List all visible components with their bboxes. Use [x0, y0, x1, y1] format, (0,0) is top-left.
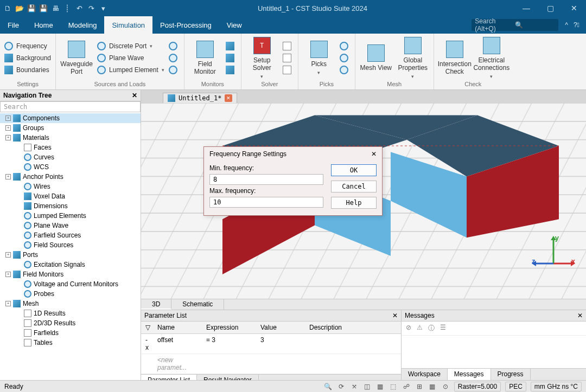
- tab-file[interactable]: File: [0, 16, 27, 34]
- navigation-tree-search[interactable]: Search: [0, 101, 141, 112]
- field-monitor-button[interactable]: Field Monitor: [189, 41, 221, 75]
- expand-icon[interactable]: +: [5, 272, 11, 277]
- status-tool-1-icon[interactable]: 🔍: [324, 382, 333, 391]
- tree-item-tables[interactable]: Tables: [0, 338, 141, 348]
- messages-warning-icon[interactable]: ⚠: [417, 324, 423, 333]
- min-frequency-input[interactable]: [209, 174, 323, 185]
- dialog-close-icon[interactable]: ✕: [371, 150, 377, 158]
- navigation-tree-close-icon[interactable]: ✕: [132, 92, 137, 99]
- param-pin-icon[interactable]: -x: [141, 334, 153, 354]
- parameter-row[interactable]: -x offset = 3 3: [141, 334, 401, 354]
- solver-extra-1-icon[interactable]: [283, 41, 294, 52]
- tab-view[interactable]: View: [219, 16, 250, 34]
- bottom-tab-workspace[interactable]: Workspace: [402, 369, 448, 380]
- sources-extra-2-icon[interactable]: [169, 53, 180, 63]
- status-tool-10-icon[interactable]: ⊙: [441, 382, 450, 391]
- monitors-extra-3-icon[interactable]: [226, 65, 237, 75]
- tree-item-materials[interactable]: +Materials: [0, 133, 141, 143]
- ok-button[interactable]: OK: [331, 164, 377, 176]
- tree-item-curves[interactable]: Curves: [0, 152, 141, 162]
- tree-item-field-monitors[interactable]: +Field Monitors: [0, 269, 141, 279]
- bottom-tab-messages[interactable]: Messages: [448, 369, 491, 380]
- global-properties-button[interactable]: Global Properties: [397, 37, 429, 79]
- search-box[interactable]: Search (Alt+Q) 🔍: [472, 19, 558, 31]
- tree-item-plane-wave[interactable]: Plane Wave: [0, 221, 141, 230]
- intersection-check-button[interactable]: Intersection Check: [438, 41, 471, 75]
- tree-item-wcs[interactable]: WCS: [0, 162, 141, 172]
- monitors-extra-1-icon[interactable]: [226, 41, 237, 52]
- status-tool-4-icon[interactable]: ◫: [363, 382, 372, 391]
- document-tab[interactable]: Untitled_1* ✕: [163, 93, 237, 103]
- picks-extra-1-icon[interactable]: [340, 41, 351, 52]
- solver-extra-2-icon[interactable]: [283, 53, 294, 63]
- status-raster[interactable]: Raster=5.000: [454, 382, 501, 391]
- tab-modeling[interactable]: Modeling: [61, 16, 105, 34]
- tree-item-farfield-sources[interactable]: Farfield Sources: [0, 230, 141, 240]
- frequency-button[interactable]: Frequency: [4, 41, 51, 52]
- expand-icon[interactable]: +: [5, 125, 11, 131]
- open-icon[interactable]: 📂: [15, 4, 24, 12]
- tree-item-ports[interactable]: +Ports: [0, 250, 141, 260]
- bottom-tab-progress[interactable]: Progress: [491, 369, 531, 380]
- tree-item-groups[interactable]: +Groups: [0, 123, 141, 133]
- setup-solver-button[interactable]: TSetup Solver: [246, 37, 278, 79]
- tab-home[interactable]: Home: [27, 16, 61, 34]
- tree-item-voltage-and-current-monitors[interactable]: Voltage and Current Monitors: [0, 279, 141, 289]
- qat-dropdown-icon[interactable]: ▾: [99, 4, 107, 12]
- maximize-button[interactable]: ▢: [538, 0, 562, 16]
- tree-item-1d-results[interactable]: 1D Results: [0, 309, 141, 318]
- tree-item-lumped-elements[interactable]: Lumped Elements: [0, 211, 141, 221]
- lumped-element-button[interactable]: Lumped Element: [97, 65, 164, 75]
- tree-item-excitation-signals[interactable]: Excitation Signals: [0, 260, 141, 269]
- filter-icon[interactable]: ▽: [141, 322, 153, 333]
- view-tab-schematic[interactable]: Schematic: [171, 299, 224, 310]
- solver-extra-3-icon[interactable]: [283, 65, 294, 75]
- plane-wave-button[interactable]: Plane Wave: [97, 53, 164, 63]
- view-tab-3d[interactable]: 3D: [141, 299, 171, 310]
- status-tool-5-icon[interactable]: ▦: [376, 382, 385, 391]
- picks-extra-2-icon[interactable]: [340, 53, 351, 63]
- status-tool-9-icon[interactable]: ▦: [428, 382, 437, 391]
- sources-extra-3-icon[interactable]: [169, 65, 180, 75]
- boundaries-button[interactable]: Boundaries: [4, 65, 51, 75]
- status-pec[interactable]: PEC: [505, 382, 526, 391]
- messages-info-icon[interactable]: ⓘ: [428, 324, 435, 333]
- expand-icon[interactable]: +: [5, 174, 11, 179]
- waveguide-port-button[interactable]: Waveguide Port: [60, 41, 93, 75]
- mesh-view-button[interactable]: Mesh View: [360, 44, 392, 72]
- expand-icon[interactable]: +: [5, 301, 11, 306]
- cancel-button[interactable]: Cancel: [331, 181, 377, 192]
- tree-item-mesh[interactable]: +Mesh: [0, 299, 141, 309]
- discrete-port-button[interactable]: Discrete Port: [97, 41, 164, 52]
- picks-extra-3-icon[interactable]: [340, 65, 351, 75]
- tree-item-voxel-data[interactable]: Voxel Data: [0, 191, 141, 201]
- redo-icon[interactable]: ↷: [87, 4, 95, 12]
- messages-close-icon[interactable]: ✕: [577, 312, 583, 319]
- tree-item-faces[interactable]: Faces: [0, 143, 141, 152]
- status-units[interactable]: mm GHz ns °C: [531, 382, 582, 391]
- max-frequency-input[interactable]: [209, 197, 323, 208]
- background-button[interactable]: Background: [4, 53, 51, 63]
- status-tool-6-icon[interactable]: ⬚: [389, 382, 398, 391]
- undo-icon[interactable]: ↶: [75, 4, 84, 12]
- expand-icon[interactable]: +: [5, 115, 11, 121]
- save-all-icon[interactable]: 💾: [39, 4, 48, 12]
- collapse-ribbon-icon[interactable]: ^: [565, 21, 568, 29]
- print-icon[interactable]: 🖶: [51, 4, 60, 12]
- status-tool-7-icon[interactable]: ☍: [402, 382, 411, 391]
- parameter-new-row[interactable]: <new paramet...: [141, 354, 401, 374]
- tab-simulation[interactable]: Simulation: [104, 16, 152, 34]
- sources-extra-1-icon[interactable]: [169, 41, 180, 52]
- minimize-button[interactable]: —: [514, 0, 538, 16]
- tree-item-2d-3d-results[interactable]: 2D/3D Results: [0, 318, 141, 328]
- messages-settings-icon[interactable]: ☰: [440, 324, 446, 333]
- expand-icon[interactable]: +: [5, 252, 11, 258]
- expand-icon[interactable]: +: [5, 135, 11, 140]
- status-tool-8-icon[interactable]: ⊞: [415, 382, 424, 391]
- tree-item-wires[interactable]: Wires: [0, 182, 141, 191]
- help-button[interactable]: Help: [331, 197, 377, 209]
- tree-item-field-sources[interactable]: Field Sources: [0, 240, 141, 250]
- document-tab-close-icon[interactable]: ✕: [225, 94, 232, 102]
- tree-item-dimensions[interactable]: Dimensions: [0, 201, 141, 211]
- status-tool-2-icon[interactable]: ⟳: [337, 382, 346, 391]
